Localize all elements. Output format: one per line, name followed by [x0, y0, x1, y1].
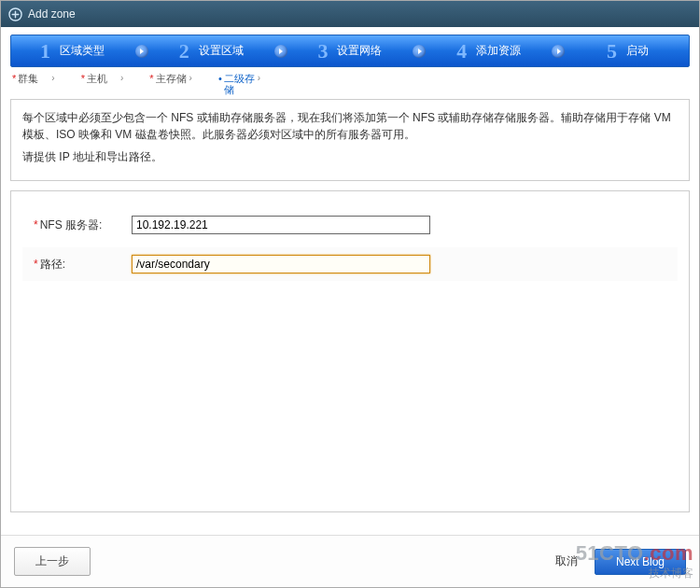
bullet-icon: •: [218, 73, 222, 84]
step-add-resource[interactable]: 4 添加资源: [427, 35, 550, 66]
description-panel: 每个区域中必须至少包含一个 NFS 或辅助存储服务器，现在我们将添加第一个 NF…: [10, 99, 690, 181]
add-zone-dialog: Add zone 1 区域类型 2 设置区域 3 设置网络 4 添加资源 5 启…: [0, 0, 700, 588]
chevron-right-icon: [274, 45, 287, 58]
nfs-server-label: *NFS 服务器:: [34, 217, 132, 233]
step-separator: [550, 35, 567, 66]
path-label: *路径:: [34, 257, 132, 273]
required-marker-icon: *: [81, 73, 85, 84]
step-setup-network[interactable]: 3 设置网络: [289, 35, 412, 66]
required-marker-icon: *: [34, 218, 38, 231]
description-text-2: 请提供 IP 地址和导出路径。: [22, 148, 678, 165]
dialog-title-bar: Add zone: [1, 1, 699, 27]
form-row-path: *路径:: [22, 247, 678, 281]
chevron-right-icon: [413, 45, 426, 58]
sub-steps-nav: * 群集 › * 主机 › * 主存储 › • 二级存储 ›: [12, 73, 688, 95]
step-separator: [133, 35, 150, 66]
plus-circle-icon: [8, 7, 22, 21]
chevron-right-icon: ›: [120, 73, 123, 83]
form-row-nfs-server: *NFS 服务器:: [22, 208, 678, 242]
sub-step-secondary-storage[interactable]: • 二级存储 ›: [218, 73, 260, 95]
step-zone-type[interactable]: 1 区域类型: [11, 35, 133, 66]
next-button[interactable]: Next Blog: [595, 549, 686, 575]
step-launch[interactable]: 5 启动: [567, 35, 689, 66]
step-separator: [273, 35, 289, 66]
dialog-title: Add zone: [28, 7, 76, 21]
sub-step-primary-storage[interactable]: * 主存储 ›: [149, 73, 192, 95]
path-input[interactable]: [132, 255, 430, 273]
required-marker-icon: *: [34, 258, 38, 271]
dialog-footer: 上一步 取消 Next Blog: [1, 535, 699, 587]
required-marker-icon: *: [149, 73, 153, 84]
chevron-right-icon: [552, 45, 565, 58]
wizard-steps: 1 区域类型 2 设置区域 3 设置网络 4 添加资源 5 启动: [10, 35, 690, 67]
footer-right-group: 取消 Next Blog: [555, 549, 686, 575]
description-text-1: 每个区域中必须至少包含一个 NFS 或辅助存储服务器，现在我们将添加第一个 NF…: [22, 109, 678, 143]
previous-button[interactable]: 上一步: [14, 547, 91, 576]
chevron-right-icon: ›: [189, 73, 192, 83]
sub-step-host[interactable]: * 主机 ›: [81, 73, 124, 95]
step-separator: [411, 35, 427, 66]
sub-step-cluster[interactable]: * 群集 ›: [12, 73, 55, 95]
cancel-link[interactable]: 取消: [555, 553, 578, 569]
form-panel: *NFS 服务器: *路径:: [10, 190, 690, 512]
chevron-right-icon: ›: [258, 73, 260, 83]
required-marker-icon: *: [12, 73, 16, 84]
chevron-right-icon: ›: [51, 73, 54, 83]
step-setup-zone[interactable]: 2 设置区域: [150, 35, 273, 66]
nfs-server-input[interactable]: [132, 216, 430, 234]
chevron-right-icon: [135, 45, 148, 58]
